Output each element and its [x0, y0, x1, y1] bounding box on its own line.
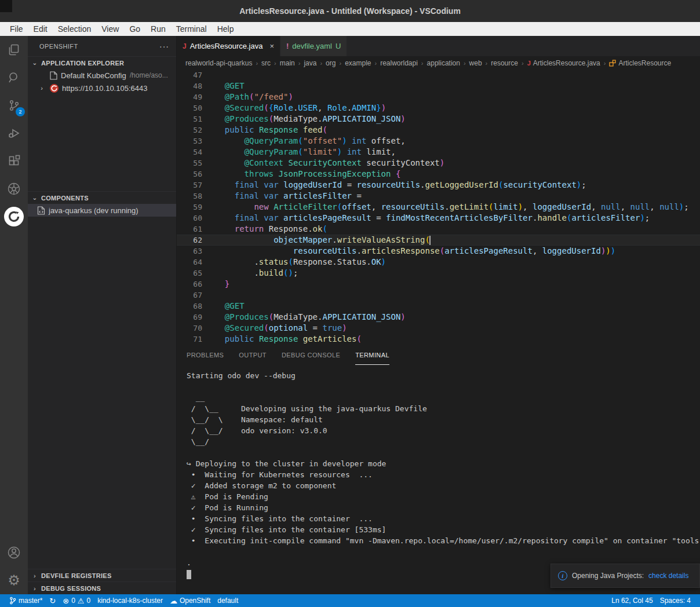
line-number[interactable]: 53	[177, 136, 202, 147]
menu-edit[interactable]: Edit	[28, 22, 53, 36]
code-line-text: public Response getArticles(	[215, 334, 362, 345]
activity-search[interactable]	[0, 64, 28, 92]
line-number[interactable]: 66	[177, 279, 202, 290]
warning-icon: ⚠	[78, 597, 85, 605]
section-devfile-registries[interactable]: › DEVFILE REGISTRIES	[28, 569, 176, 582]
menu-selection[interactable]: Selection	[53, 22, 97, 36]
status-problems[interactable]: ⊗ 0 ⚠ 0	[59, 594, 94, 607]
breadcrumb-item[interactable]: resource	[491, 59, 518, 67]
breadcrumb-item[interactable]: example	[345, 59, 371, 67]
line-number[interactable]: 48	[177, 81, 202, 92]
breadcrumb-item[interactable]: org	[326, 59, 336, 67]
section-application-explorer[interactable]: ⌄ APPLICATION EXPLORER	[28, 56, 176, 69]
tree-item-cluster[interactable]: › https://10.10.10.105:6443	[28, 82, 176, 94]
terminal-line: ↪ Deploying to the cluster in developer …	[187, 458, 700, 469]
menu-view[interactable]: View	[96, 22, 124, 36]
section-debug-sessions[interactable]: › DEBUG SESSIONS	[28, 582, 176, 594]
activity-source-control[interactable]: 2	[0, 92, 28, 119]
breadcrumb-item[interactable]: ArticlesResource	[609, 59, 671, 67]
status-sync[interactable]: ↻	[46, 594, 59, 607]
activity-extensions[interactable]	[0, 147, 28, 175]
git-branch-icon	[9, 597, 16, 605]
line-number[interactable]: 71	[177, 334, 202, 345]
activity-openshift[interactable]	[0, 203, 28, 231]
code-line-50: 50 @Secured({Role.USER, Role.ADMIN})	[177, 103, 700, 114]
close-icon[interactable]: ×	[269, 42, 274, 50]
menu-help[interactable]: Help	[212, 22, 239, 36]
status-openshift[interactable]: ☁ OpenShift	[166, 594, 214, 607]
line-number[interactable]: 60	[177, 213, 202, 224]
status-indentation[interactable]: Spaces: 4	[657, 597, 694, 605]
line-number[interactable]: 50	[177, 103, 202, 114]
breadcrumb-item[interactable]: java	[304, 59, 316, 67]
status-git-branch[interactable]: master*	[6, 594, 46, 607]
code-line-57: 57 final var loggedUserId = resourceUtil…	[177, 180, 700, 191]
breadcrumb-item[interactable]: realworldapi	[380, 59, 418, 67]
breadcrumb-item[interactable]: main	[280, 59, 295, 67]
line-number[interactable]: 67	[177, 290, 202, 301]
line-number[interactable]: 58	[177, 191, 202, 202]
chevron-down-icon: ⌄	[30, 194, 39, 202]
breadcrumb-separator: ›	[464, 60, 466, 67]
code-line-text: @QueryParam("offset") int offset,	[215, 136, 406, 147]
code-line-49: 49 @Path("/feed")	[177, 92, 700, 103]
line-number[interactable]: 55	[177, 158, 202, 169]
terminal-output[interactable]: Starting odo dev --debug __ / \__ Develo…	[177, 365, 700, 594]
activity-kubernetes[interactable]	[0, 175, 28, 203]
line-number[interactable]: 65	[177, 268, 202, 279]
line-number[interactable]: 70	[177, 323, 202, 334]
sidebar-more-actions[interactable]: ···	[159, 42, 169, 51]
tab-articlesresource-java[interactable]: J ArticlesResource.java ×	[177, 36, 280, 56]
line-number[interactable]: 69	[177, 312, 202, 323]
panel-tab-problems[interactable]: PROBLEMS	[187, 345, 224, 365]
line-number[interactable]: 54	[177, 147, 202, 158]
line-number[interactable]: 59	[177, 202, 202, 213]
status-k8s-cluster[interactable]: kind-local-k8s-cluster	[94, 594, 166, 607]
breadcrumb-item[interactable]: src	[261, 59, 271, 67]
tree-item-kubeconfig[interactable]: Default KubeConfig /home/aso...	[28, 69, 176, 82]
code-line-text: @Produces(MediaType.APPLICATION_JSON)	[215, 312, 406, 323]
code-line-text: @QueryParam("limit") int limit,	[215, 147, 396, 158]
menu-run[interactable]: Run	[145, 22, 171, 36]
tree-item-component-java-quarkus[interactable]: java-quarkus (dev running)	[28, 204, 176, 217]
status-namespace[interactable]: default	[214, 594, 242, 607]
line-number[interactable]: 56	[177, 169, 202, 180]
terminal-line: \__/	[187, 436, 700, 447]
breadcrumb-item[interactable]: JArticlesResource.java	[527, 59, 600, 67]
breadcrumb-item[interactable]: realworld-api-quarkus	[185, 59, 252, 67]
menu-file[interactable]: File	[5, 22, 28, 36]
panel-tab-terminal[interactable]: TERMINAL	[355, 345, 389, 365]
code-line-52: 52 public Response feed(	[177, 125, 700, 136]
activity-explorer[interactable]	[0, 36, 28, 64]
panel-tab-debug-console[interactable]: DEBUG CONSOLE	[282, 345, 340, 365]
line-number[interactable]: 62	[177, 235, 202, 246]
line-number[interactable]: 63	[177, 246, 202, 257]
line-number[interactable]: 47	[177, 70, 202, 81]
code-editor[interactable]: 4748 @GET49 @Path("/feed")50 @Secured({R…	[177, 70, 700, 345]
breadcrumb-item[interactable]: application	[427, 59, 460, 67]
line-number[interactable]: 68	[177, 301, 202, 312]
line-number[interactable]: 51	[177, 114, 202, 125]
menu-go[interactable]: Go	[124, 22, 145, 36]
line-number[interactable]: 49	[177, 92, 202, 103]
line-number[interactable]: 61	[177, 224, 202, 235]
breadcrumb-separator: ›	[522, 60, 524, 67]
activity-accounts[interactable]	[0, 539, 28, 566]
cursor-position-label: Ln 62, Col 45	[611, 597, 652, 605]
status-cursor-position[interactable]: Ln 62, Col 45	[608, 597, 656, 605]
activity-run-debug[interactable]	[0, 119, 28, 147]
breadcrumb-label: main	[280, 59, 295, 67]
panel-tab-output[interactable]: OUTPUT	[239, 345, 267, 365]
tab-devfile-yaml[interactable]: ! devfile.yaml U	[280, 36, 347, 56]
notification-link[interactable]: check details	[648, 572, 688, 580]
line-number[interactable]: 52	[177, 125, 202, 136]
line-number[interactable]: 57	[177, 180, 202, 191]
breadcrumb-item[interactable]: web	[469, 59, 482, 67]
menu-terminal[interactable]: Terminal	[171, 22, 212, 36]
notification-toast[interactable]: i Opening Java Projects: check details	[550, 564, 700, 588]
notification-text: Opening Java Projects:	[572, 572, 644, 580]
code-line-text: @Produces(MediaType.APPLICATION_JSON)	[215, 114, 406, 125]
section-components[interactable]: ⌄ COMPONENTS	[28, 191, 176, 204]
line-number[interactable]: 64	[177, 257, 202, 268]
activity-settings[interactable]: ⚙	[0, 566, 28, 594]
